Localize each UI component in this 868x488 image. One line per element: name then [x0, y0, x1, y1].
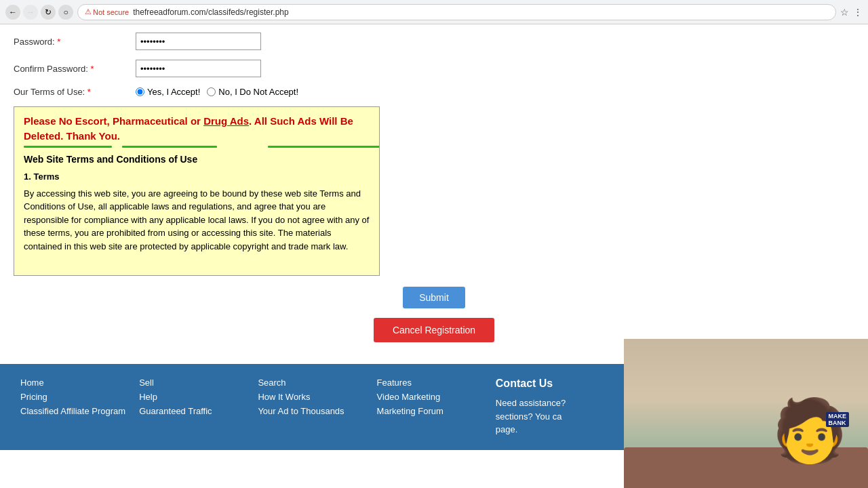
- refresh-button[interactable]: ↻: [41, 5, 56, 20]
- footer-link-features[interactable]: Features: [377, 378, 485, 388]
- nav-buttons[interactable]: ← → ↻ ○: [5, 5, 73, 20]
- cancel-button[interactable]: Cancel Registration: [374, 318, 494, 342]
- page-content: Password: * Confirm Password: * Our Term…: [0, 24, 868, 364]
- confirm-password-label: Confirm Password: *: [14, 64, 136, 74]
- warning-icon: ⚠: [85, 7, 92, 16]
- footer-link-how-it-works[interactable]: How It Works: [258, 392, 366, 402]
- password-input[interactable]: [136, 33, 261, 50]
- terms-radio-group: Yes, I Accept! No, I Do Not Accept!: [136, 87, 298, 97]
- video-placeholder: 🧑 MAKEBANK: [624, 339, 868, 450]
- drug-ads-link[interactable]: Drug Ads: [203, 115, 249, 127]
- video-overlay[interactable]: 🧑 MAKEBANK: [624, 339, 868, 450]
- footer-link-pricing[interactable]: Pricing: [20, 392, 128, 402]
- footer-link-your-ad[interactable]: Your Ad to Thousands: [258, 406, 366, 416]
- footer-link-search[interactable]: Search: [258, 378, 366, 388]
- footer-link-guaranteed-traffic[interactable]: Guaranteed Traffic: [139, 406, 247, 416]
- footer-grid: Home Pricing Classified Affiliate Progra…: [20, 378, 604, 436]
- footer-link-classified[interactable]: Classified Affiliate Program: [20, 406, 128, 416]
- button-area: Submit Cancel Registration: [14, 287, 854, 342]
- menu-icon[interactable]: ⋮: [853, 7, 863, 18]
- password-label: Password: *: [14, 37, 136, 47]
- green-underline-2: [122, 146, 217, 148]
- footer-col-4: Features Video Marketing Marketing Forum: [377, 378, 485, 436]
- footer-col-5: Contact Us Need assistance?sections? You…: [496, 378, 604, 436]
- green-underline-3: [268, 146, 380, 148]
- terms-section-title: 1. Terms: [24, 171, 370, 182]
- footer-col-2: Sell Help Guaranteed Traffic: [139, 378, 247, 436]
- contact-us-title: Contact Us: [496, 378, 604, 390]
- back-button[interactable]: ←: [5, 5, 20, 20]
- terms-title: Web Site Terms and Conditions of Use: [24, 154, 370, 165]
- radio-yes-input[interactable]: [136, 87, 144, 96]
- required-marker: *: [57, 37, 60, 47]
- footer-col-1: Home Pricing Classified Affiliate Progra…: [20, 378, 128, 436]
- required-marker2: *: [90, 64, 94, 74]
- confirm-password-input[interactable]: [136, 60, 261, 77]
- terms-notice: Please No Escort, Pharmaceutical or Drug…: [24, 114, 370, 148]
- radio-yes-option[interactable]: Yes, I Accept!: [136, 87, 200, 97]
- submit-button[interactable]: Submit: [403, 287, 465, 308]
- terms-body: By accessing this web site, you are agre…: [24, 187, 370, 253]
- security-indicator: ⚠ Not secure: [85, 7, 129, 16]
- footer-link-marketing-forum[interactable]: Marketing Forum: [377, 406, 485, 416]
- hat-text: MAKEBANK: [826, 412, 850, 427]
- footer-link-sell[interactable]: Sell: [139, 378, 247, 388]
- footer: Home Pricing Classified Affiliate Progra…: [0, 364, 624, 450]
- terms-container[interactable]: Please No Escort, Pharmaceutical or Drug…: [14, 106, 380, 276]
- confirm-password-row: Confirm Password: *: [14, 60, 854, 77]
- terms-radio-row: Our Terms of Use: * Yes, I Accept! No, I…: [14, 87, 854, 97]
- contact-us-body: Need assistance?sections? You capage.: [496, 396, 604, 436]
- footer-col-3: Search How It Works Your Ad to Thousands: [258, 378, 366, 436]
- footer-link-home[interactable]: Home: [20, 378, 128, 388]
- footer-video-area: Home Pricing Classified Affiliate Progra…: [0, 364, 868, 450]
- forward-button[interactable]: →: [23, 5, 38, 20]
- footer-link-video-marketing[interactable]: Video Marketing: [377, 392, 485, 402]
- browser-actions: ☆ ⋮: [840, 7, 863, 18]
- radio-no-option[interactable]: No, I Do Not Accept!: [207, 87, 298, 97]
- browser-toolbar: ← → ↻ ○ ⚠ Not secure thefreeadforum.com/…: [0, 0, 868, 24]
- footer-link-help[interactable]: Help: [139, 392, 247, 402]
- address-bar[interactable]: ⚠ Not secure thefreeadforum.com/classife…: [77, 4, 836, 20]
- bookmark-icon[interactable]: ☆: [840, 7, 849, 18]
- password-row: Password: *: [14, 33, 854, 50]
- home-button[interactable]: ○: [58, 5, 73, 20]
- url-text: thefreeadforum.com/classifeds/register.p…: [133, 7, 288, 17]
- terms-label: Our Terms of Use: *: [14, 87, 136, 97]
- green-underline-1: [24, 146, 112, 148]
- radio-no-input[interactable]: [207, 87, 216, 96]
- required-marker3: *: [87, 87, 91, 97]
